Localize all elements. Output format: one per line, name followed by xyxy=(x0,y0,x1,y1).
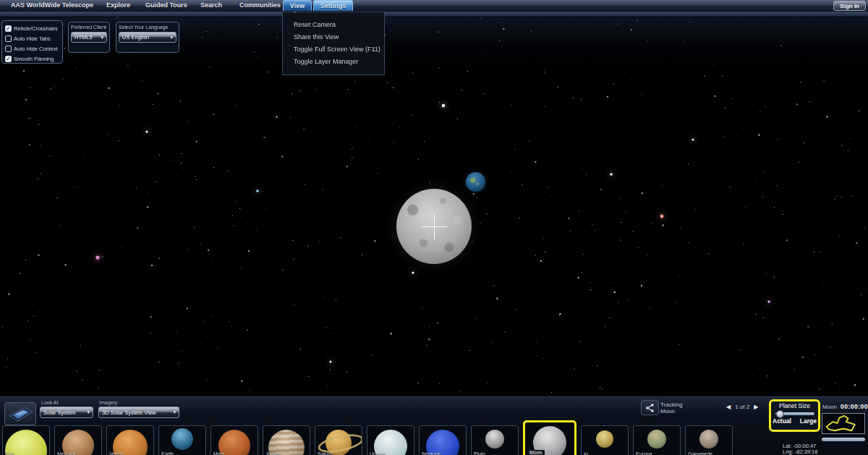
reticle-crosshair xyxy=(434,214,435,239)
sign-in-button[interactable]: Sign In xyxy=(833,1,866,11)
tracking-status: Tracking Moon xyxy=(660,401,682,414)
tab-view[interactable]: View xyxy=(283,0,312,11)
preferred-client-select[interactable]: HTML5 ▾ xyxy=(71,32,107,43)
planet-sphere xyxy=(647,430,666,448)
menu-guided-tours[interactable]: Guided Tours xyxy=(145,1,187,9)
planet-thumbnail-earth[interactable]: Earth xyxy=(158,425,206,455)
checkbox-label: Auto Hide Tabs xyxy=(14,35,51,42)
planet-sphere xyxy=(596,430,613,448)
planet-thumbnail-label: Earth xyxy=(161,451,174,455)
settings-checkbox-panel: ✓ Reticle/Crosshairs Auto Hide Tabs Auto… xyxy=(1,20,63,64)
slider-thumb[interactable] xyxy=(776,410,784,418)
planet-size-panel: Planet Size Actual Large xyxy=(769,399,820,432)
planet-thumbnail-strip: SunMercuryVenusEarthMarsJupiterSaturnUra… xyxy=(2,420,733,455)
planet-thumbnail-label: Venus xyxy=(109,451,123,455)
planet-size-slider[interactable] xyxy=(775,412,814,415)
planet-size-large-label: Large xyxy=(800,417,817,425)
view-menu-item-share-this-view[interactable]: Share this View xyxy=(283,30,384,43)
imagery-value: 3D Solar System View xyxy=(102,409,156,416)
chevron-down-icon: ▾ xyxy=(87,409,90,415)
imagery-label: Imagery xyxy=(99,400,117,405)
earth-planet[interactable] xyxy=(466,172,485,192)
checkbox-label: Auto Hide Context xyxy=(14,46,58,52)
zoom-level-bar[interactable] xyxy=(822,438,865,441)
checkbox[interactable]: ✓ xyxy=(5,56,12,62)
planet-size-title: Planet Size xyxy=(771,402,818,409)
planet-thumbnail-pluto[interactable]: Pluto xyxy=(471,425,519,455)
planet-size-actual-label: Actual xyxy=(773,417,791,425)
menu-search[interactable]: Search xyxy=(200,1,222,9)
view-menu-item-reset-camera[interactable]: Reset Camera xyxy=(283,18,384,30)
planet-thumbnail-moon[interactable]: Moon xyxy=(523,420,576,455)
planet-sphere xyxy=(171,428,193,450)
view-dropdown-menu: Reset CameraShare this ViewToggle Full S… xyxy=(282,12,385,75)
planet-thumbnail-europa[interactable]: Europa xyxy=(633,425,681,455)
planet-thumbnail-label: Sun xyxy=(5,451,14,455)
checkbox-label: Reticle/Crosshairs xyxy=(14,25,58,32)
next-page-icon[interactable]: ▶ xyxy=(754,404,758,410)
setting-reticle-crosshairs[interactable]: ✓ Reticle/Crosshairs xyxy=(5,23,62,33)
view-menu-item-toggle-full-screen-view-f11[interactable]: Toggle Full Screen View (F11) xyxy=(283,43,384,55)
constellation-object-label: Moon xyxy=(822,404,837,410)
planet-thumbnail-jupiter[interactable]: Jupiter xyxy=(263,425,310,455)
checkbox-label: Smooth Panning xyxy=(14,56,54,62)
planet-thumbnail-label: Pluto xyxy=(474,451,485,455)
look-at-label: Look At xyxy=(41,400,58,405)
chevron-down-icon: ▾ xyxy=(101,35,103,41)
planet-thumbnail-ganymede[interactable]: Ganymede xyxy=(685,425,733,455)
planet-thumbnail-label: Neptune xyxy=(422,451,441,455)
preferred-client-panel: Preferred Client HTML5 ▾ xyxy=(68,22,110,53)
imagery-select[interactable]: 3D Solar System View ▾ xyxy=(98,407,179,418)
setting-auto-hide-tabs[interactable]: Auto Hide Tabs xyxy=(5,33,62,43)
worldwide-telescope-app: AAS WorldWide Telescope Explore Guided T… xyxy=(0,0,868,455)
planet-sphere xyxy=(699,430,718,448)
checkbox[interactable] xyxy=(5,46,12,52)
prev-page-icon[interactable]: ◀ xyxy=(726,404,731,410)
planet-thumbnail-label: Moon xyxy=(527,450,545,455)
share-icon xyxy=(645,403,655,413)
planet-thumbnail-neptune[interactable]: Neptune xyxy=(419,425,467,455)
language-select[interactable]: US English ▾ xyxy=(119,32,176,43)
share-view-button[interactable] xyxy=(641,400,659,415)
planet-thumbnail-label: Jupiter xyxy=(265,451,281,455)
planet-thumbnail-label: Ganymede xyxy=(688,451,712,455)
tracking-object: Moon xyxy=(660,408,682,414)
menu-communities[interactable]: Communities xyxy=(239,1,281,9)
menu-bar: AAS WorldWide Telescope Explore Guided T… xyxy=(0,0,868,12)
planet-thumbnail-io[interactable]: Io xyxy=(581,425,629,455)
planet-thumbnail-uranus[interactable]: Uranus xyxy=(367,425,414,455)
thumbnail-pager: ◀ 1 of 2 ▶ xyxy=(726,404,758,410)
language-value: US English xyxy=(122,34,149,41)
checkbox[interactable] xyxy=(5,35,12,42)
planet-thumbnail-mercury[interactable]: Mercury xyxy=(54,425,102,455)
planet-sphere xyxy=(485,430,504,448)
planet-thumbnail-sun[interactable]: Sun xyxy=(2,425,50,455)
language-label: Select Your Language xyxy=(119,25,176,30)
page-indicator: 1 of 2 xyxy=(735,404,749,410)
view-menu-item-toggle-layer-manager[interactable]: Toggle Layer Manager xyxy=(283,55,384,67)
clock-display: 00:00:00 xyxy=(841,403,868,410)
chevron-down-icon: ▾ xyxy=(170,35,173,41)
bottom-context-bar: Look At Solar System ▾ Imagery 3D Solar … xyxy=(0,396,868,455)
planet-thumbnail-label: Io xyxy=(584,451,588,455)
preferred-client-label: Preferred Client xyxy=(71,25,107,30)
planet-thumbnail-label: Europa xyxy=(636,451,652,455)
setting-auto-hide-context[interactable]: Auto Hide Context xyxy=(5,43,62,54)
chevron-down-icon: ▾ xyxy=(173,409,176,415)
checkbox[interactable]: ✓ xyxy=(5,25,12,32)
planet-thumbnail-mars[interactable]: Mars xyxy=(210,425,258,455)
planet-thumbnail-label: Mars xyxy=(213,451,225,455)
planet-thumbnail-label: Saturn xyxy=(318,451,333,455)
look-at-select[interactable]: Solar System ▾ xyxy=(40,407,93,418)
planet-thumbnail-saturn[interactable]: Saturn xyxy=(315,425,362,455)
setting-smooth-panning[interactable]: ✓ Smooth Panning xyxy=(5,54,62,64)
constellation-outline-icon xyxy=(822,414,864,433)
tab-settings[interactable]: Settings xyxy=(313,0,353,11)
constellation-figure-box[interactable] xyxy=(822,413,865,434)
planet-thumbnail-label: Mercury xyxy=(57,451,75,455)
preferred-client-value: HTML5 xyxy=(75,34,93,41)
tracking-title: Tracking xyxy=(660,401,682,408)
look-at-value: Solar System xyxy=(43,409,76,416)
menu-explore[interactable]: Explore xyxy=(106,1,130,9)
planet-thumbnail-venus[interactable]: Venus xyxy=(106,425,154,455)
